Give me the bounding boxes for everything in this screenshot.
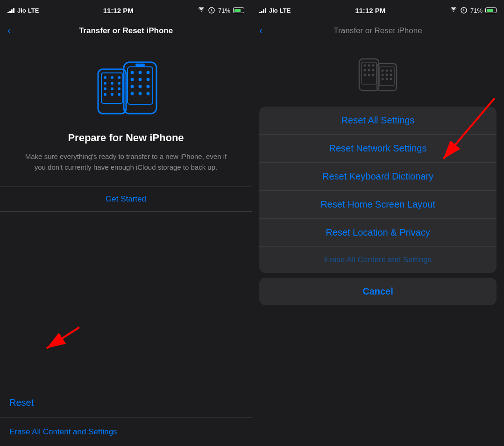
svg-point-2: [104, 76, 106, 79]
reset-network-settings-item[interactable]: Reset Network Settings: [259, 135, 497, 163]
signal-bar-4: [13, 8, 14, 13]
svg-point-8: [104, 87, 106, 90]
svg-point-18: [146, 71, 149, 74]
get-started-button[interactable]: Get Started: [0, 187, 252, 211]
svg-point-16: [130, 71, 134, 74]
right-signal-bars: [259, 7, 266, 13]
r-signal-bar-4: [265, 8, 266, 13]
svg-rect-0: [98, 69, 126, 114]
svg-point-19: [130, 78, 134, 81]
svg-point-33: [364, 65, 366, 67]
prepare-description: Make sure everything's ready to transfer…: [0, 151, 252, 173]
svg-point-38: [372, 69, 375, 72]
svg-rect-28: [135, 64, 145, 66]
left-carrier: Jio: [17, 7, 26, 14]
svg-point-46: [390, 70, 392, 72]
svg-point-5: [104, 82, 106, 85]
left-bottom-section: Reset Erase All Content and Settings: [0, 388, 252, 446]
right-network: LTE: [280, 7, 291, 14]
right-time: 11:12 PM: [355, 7, 385, 14]
right-hotspot-icon: [450, 7, 457, 14]
reset-button[interactable]: Reset: [0, 388, 252, 417]
svg-point-21: [146, 78, 149, 81]
right-battery-icon: [485, 7, 497, 13]
svg-point-34: [368, 65, 370, 67]
left-battery-pct: 71%: [218, 7, 230, 14]
svg-point-26: [138, 92, 142, 95]
svg-point-47: [382, 74, 384, 76]
erase-all-content-item[interactable]: Erase All Content and Settings: [259, 247, 497, 273]
reset-keyboard-dictionary-item[interactable]: Reset Keyboard Dictionary: [259, 163, 497, 191]
left-status-right: 71%: [198, 7, 244, 14]
svg-point-51: [386, 78, 388, 80]
svg-point-7: [118, 82, 121, 85]
cancel-button[interactable]: Cancel: [259, 278, 497, 305]
svg-point-22: [130, 85, 134, 88]
svg-point-48: [386, 74, 388, 76]
svg-point-24: [146, 85, 149, 88]
svg-point-6: [111, 82, 114, 85]
erase-button[interactable]: Erase All Content and Settings: [0, 417, 252, 446]
svg-point-23: [138, 85, 142, 88]
svg-point-3: [111, 76, 114, 79]
svg-point-40: [368, 74, 370, 76]
transfer-phones-svg: [89, 55, 163, 121]
left-phone-illustration: [89, 55, 163, 121]
svg-point-37: [368, 69, 370, 72]
left-battery-icon: [233, 7, 244, 13]
hotspot-icon: [198, 7, 205, 14]
svg-point-12: [111, 93, 114, 96]
right-nav-title: Transfer or Reset iPhone: [334, 26, 422, 36]
signal-bar-2: [9, 11, 11, 13]
r-signal-bar-3: [263, 9, 264, 13]
reset-location-privacy-item[interactable]: Reset Location & Privacy: [259, 219, 497, 247]
svg-point-20: [138, 78, 142, 81]
svg-point-9: [111, 87, 114, 90]
svg-point-41: [372, 74, 375, 76]
divider-2: [0, 211, 252, 212]
svg-point-50: [382, 78, 384, 80]
left-chevron-icon: ‹: [7, 26, 11, 36]
left-status-bar: Jio LTE 11:12 PM 71%: [0, 0, 252, 21]
svg-point-49: [390, 74, 392, 76]
left-network: LTE: [28, 7, 39, 14]
svg-point-25: [130, 92, 134, 95]
svg-point-52: [390, 78, 392, 80]
svg-point-36: [364, 69, 366, 72]
svg-rect-42: [377, 64, 397, 91]
left-battery-fill: [234, 9, 241, 12]
svg-point-45: [386, 70, 388, 72]
svg-point-11: [104, 93, 106, 96]
left-panel: Jio LTE 11:12 PM 71% ‹ Transfer or Reset…: [0, 0, 252, 446]
alarm-icon: [208, 7, 215, 14]
svg-point-17: [138, 71, 142, 74]
signal-bar-3: [11, 9, 13, 13]
left-nav-bar: ‹ Transfer or Reset iPhone: [0, 21, 252, 41]
r-signal-bar-2: [261, 11, 263, 13]
svg-point-13: [118, 93, 121, 96]
reset-home-screen-layout-item[interactable]: Reset Home Screen Layout: [259, 191, 497, 219]
svg-point-4: [118, 76, 121, 79]
right-chevron-icon: ‹: [259, 26, 263, 36]
right-battery-fill: [487, 9, 493, 12]
right-status-left: Jio LTE: [259, 7, 291, 14]
right-panel: Jio LTE 11:12 PM 71% ‹ Transfer or Reset…: [252, 0, 504, 446]
svg-point-35: [372, 65, 375, 67]
right-alarm-icon: [460, 7, 468, 14]
right-status-right: 71%: [450, 7, 497, 14]
cancel-container: Cancel: [259, 278, 497, 305]
left-time: 11:12 PM: [103, 7, 134, 14]
left-nav-title: Transfer or Reset iPhone: [79, 26, 173, 36]
r-signal-bar-1: [259, 12, 261, 13]
signal-bar-1: [7, 12, 9, 13]
svg-point-10: [118, 87, 121, 90]
left-status-left: Jio LTE: [7, 7, 39, 14]
right-back-button[interactable]: ‹: [259, 26, 263, 36]
right-phone-illustration: [355, 50, 401, 97]
left-back-button[interactable]: ‹: [7, 26, 11, 36]
reset-menu: Reset All Settings Reset Network Setting…: [259, 107, 497, 273]
right-carrier: Jio: [269, 7, 278, 14]
reset-all-settings-item[interactable]: Reset All Settings: [259, 107, 497, 135]
right-nav-bar: ‹ Transfer or Reset iPhone: [252, 21, 504, 41]
svg-point-39: [364, 74, 366, 76]
